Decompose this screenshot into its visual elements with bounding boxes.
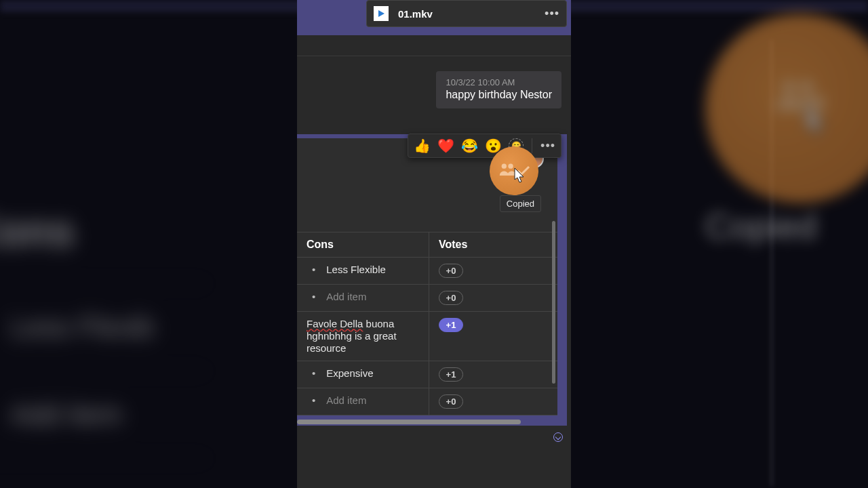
cons-votes-table: Cons Votes Less Flexible +0 Add item +0 … [297,232,557,415]
seen-indicator-icon [553,432,563,442]
background-blur-right: Copied [705,14,868,247]
message-attachment-container: 01.mkv ••• [297,0,571,35]
votes-cell: +1 [429,312,557,361]
attachment-more-button[interactable]: ••• [545,7,559,21]
video-file-icon [374,6,389,21]
vote-chip-active[interactable]: +1 [439,318,463,332]
reaction-laugh-icon[interactable]: 😂 [461,138,478,154]
copied-tooltip: Copied [500,195,541,212]
cons-cell[interactable]: Favole Della buona hghnbhhg is a great r… [297,312,429,361]
table-row: Favole Della buona hghnbhhg is a great r… [297,312,557,361]
message-row: 10/3/22 10:00 AM happy birthday Nestor [297,56,571,115]
svg-point-1 [800,81,814,94]
attachment-filename: 01.mkv [398,8,433,20]
copy-team-button-highlight[interactable] [490,146,538,195]
table-header-row: Cons Votes [297,232,557,258]
votes-cell: +0 [429,388,557,415]
svg-point-0 [782,81,795,94]
votes-cell: +0 [429,285,557,311]
card-scrollbar-thumb[interactable] [552,221,555,384]
column-header-cons: Cons [297,232,429,257]
message-more-button[interactable]: ••• [540,139,555,153]
vote-chip[interactable]: +0 [439,291,463,305]
message-text: happy birthday Nestor [446,89,552,101]
column-header-votes: Votes [429,232,557,257]
cons-cell[interactable]: Expensive [297,361,429,388]
vote-chip[interactable]: +0 [439,394,463,409]
message-timestamp: 10/3/22 10:00 AM [446,77,552,87]
vote-chip[interactable]: +0 [439,264,463,278]
table-row: Add item +0 [297,388,557,415]
svg-point-2 [502,163,507,168]
reaction-toolbar: 👍 ❤️ 😂 😮 😊 ••• [408,134,561,158]
adaptive-card: Copied Cons Votes Less Flexible +0 Add i… [297,138,557,415]
adaptive-card-container: Copied Cons Votes Less Flexible +0 Add i… [297,134,567,426]
reaction-heart-icon[interactable]: ❤️ [437,138,454,154]
cursor-pointer-icon [510,167,526,186]
cons-cell-add[interactable]: Add item [297,285,429,311]
toolbar-separator [532,138,532,153]
table-row: Less Flexible +0 [297,258,557,285]
cons-cell-add[interactable]: Add item [297,388,429,415]
vote-chip[interactable]: +1 [439,367,463,382]
message-bubble[interactable]: 10/3/22 10:00 AM happy birthday Nestor [436,71,561,108]
votes-cell: +0 [429,258,557,284]
file-attachment-card[interactable]: 01.mkv ••• [366,0,567,27]
cons-cell[interactable]: Less Flexible [297,258,429,284]
table-row: Add item +0 [297,285,557,312]
votes-cell: +1 [429,361,557,388]
table-row: Expensive +1 [297,361,557,388]
chat-panel: 01.mkv ••• 10/3/22 10:00 AM happy birthd… [297,0,571,488]
reaction-like-icon[interactable]: 👍 [414,138,431,154]
card-horizontal-scrollbar[interactable] [297,420,521,424]
